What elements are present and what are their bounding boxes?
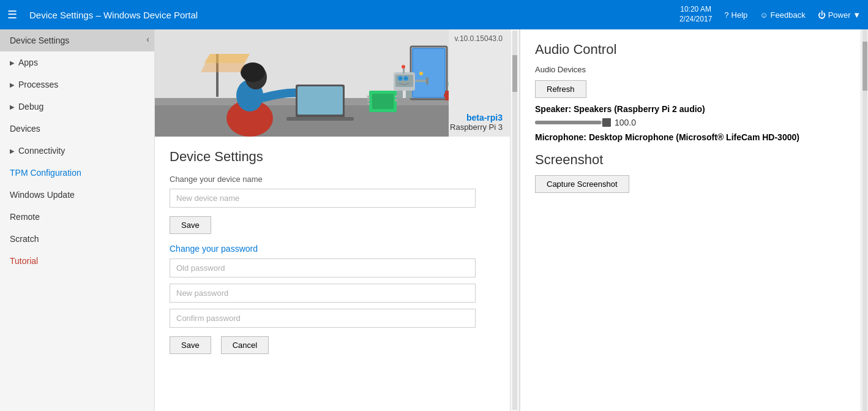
svg-rect-14 — [367, 99, 370, 101]
version-label: v.10.0.15043.0 — [454, 34, 503, 43]
sidebar-item-scratch[interactable]: Scratch — [0, 228, 154, 250]
topbar-right: 10:20 AM 2/24/2017 ? Help ☺ Feedback ⏻ P… — [679, 5, 861, 24]
svg-rect-37 — [426, 77, 428, 85]
sidebar-item-tpm-config[interactable]: TPM Configuration — [0, 162, 154, 184]
power-icon: ⏻ — [818, 10, 826, 20]
save-password-button[interactable]: Save — [170, 336, 211, 354]
screenshot-title: Screenshot — [535, 152, 846, 168]
sidebar-item-label: Tutorial — [10, 256, 38, 266]
mic-info: Microphone: Desktop Microphone (Microsof… — [535, 132, 846, 142]
sidebar-item-label: Device Settings — [10, 36, 69, 45]
sidebar: ‹ Device Settings▶Apps▶Processes▶DebugDe… — [0, 29, 155, 411]
left-panel: v.10.0.15043.0 beta-rpi3 Raspberry Pi 3 … — [155, 29, 510, 411]
feedback-label: Feedback — [771, 10, 806, 20]
volume-row: 100.0 — [535, 118, 846, 127]
new-password-input[interactable] — [170, 284, 476, 303]
svg-rect-12 — [372, 94, 394, 109]
svg-rect-9 — [297, 86, 343, 115]
right-panel-scrollbar[interactable] — [861, 29, 868, 411]
svg-rect-34 — [397, 91, 403, 98]
svg-rect-10 — [286, 117, 354, 121]
sidebar-item-label: TPM Configuration — [10, 168, 81, 178]
change-password-label: Change your password — [170, 244, 495, 254]
svg-rect-36 — [415, 80, 427, 82]
confirm-password-input[interactable] — [170, 309, 476, 328]
arrow-icon: ▶ — [10, 104, 15, 110]
svg-point-33 — [402, 65, 405, 69]
hamburger-menu[interactable]: ☰ — [7, 8, 17, 21]
form-section-title: Device Settings — [170, 149, 495, 165]
device-name: beta-rpi3 — [450, 113, 503, 123]
device-name-input[interactable] — [170, 189, 476, 208]
save-name-button[interactable]: Save — [170, 216, 211, 234]
svg-rect-23 — [445, 91, 449, 100]
arrow-icon: ▶ — [10, 59, 15, 66]
sidebar-item-windows-update[interactable]: Windows Update — [0, 184, 154, 206]
help-icon: ? — [724, 10, 728, 20]
audio-control-title: Audio Control — [535, 42, 846, 58]
sidebar-item-label: Windows Update — [10, 190, 75, 200]
sidebar-item-devices[interactable]: Devices — [0, 118, 154, 140]
topbar-time: 10:20 AM — [679, 5, 712, 15]
sidebar-item-debug[interactable]: ▶Debug — [0, 96, 154, 118]
sidebar-item-connectivity[interactable]: ▶Connectivity — [0, 140, 154, 162]
feedback-icon: ☺ — [760, 10, 768, 20]
svg-point-6 — [241, 62, 265, 82]
refresh-button[interactable]: Refresh — [535, 80, 586, 98]
sidebar-item-device-settings[interactable]: Device Settings — [0, 29, 154, 51]
arrow-icon: ▶ — [10, 148, 15, 154]
feedback-button[interactable]: ☺ Feedback — [760, 10, 805, 20]
topbar-datetime: 10:20 AM 2/24/2017 — [679, 5, 712, 24]
volume-slider[interactable] — [535, 121, 608, 124]
sidebar-collapse-button[interactable]: ‹ — [146, 34, 149, 44]
sidebar-item-label: Processes — [18, 80, 58, 89]
sidebar-item-label: Devices — [10, 124, 40, 134]
form-panel: Device Settings Change your device name … — [155, 137, 510, 411]
content-area: v.10.0.15043.0 beta-rpi3 Raspberry Pi 3 … — [155, 29, 868, 411]
capture-screenshot-button[interactable]: Capture Screenshot — [535, 175, 629, 193]
svg-rect-15 — [367, 103, 370, 105]
sidebar-item-label: Scratch — [10, 234, 39, 244]
help-label: Help — [731, 10, 748, 20]
sidebar-item-label: Connectivity — [18, 146, 65, 156]
device-model: Raspberry Pi 3 — [450, 123, 503, 132]
audio-devices-label: Audio Devices — [535, 65, 846, 74]
sidebar-item-tutorial[interactable]: Tutorial — [0, 250, 154, 272]
device-name-label: Change your device name — [170, 175, 495, 184]
topbar-date: 2/24/2017 — [679, 15, 712, 25]
volume-value: 100.0 — [615, 118, 636, 127]
svg-rect-17 — [395, 99, 397, 101]
power-label: Power ▼ — [828, 10, 861, 20]
svg-rect-35 — [406, 91, 412, 98]
sidebar-item-label: Debug — [18, 102, 43, 111]
hero-illustration — [155, 29, 449, 137]
form-scrollbar[interactable] — [510, 29, 520, 411]
svg-rect-13 — [367, 96, 370, 97]
topbar: ☰ Device Settings – Windows Device Porta… — [0, 0, 868, 29]
sidebar-item-remote[interactable]: Remote — [0, 206, 154, 228]
svg-rect-19 — [413, 49, 444, 97]
main-layout: ‹ Device Settings▶Apps▶Processes▶DebugDe… — [0, 29, 868, 411]
svg-point-30 — [399, 77, 402, 80]
power-button[interactable]: ⏻ Power ▼ — [818, 10, 861, 20]
speaker-info: Speaker: Speakers (Raspberry Pi 2 audio) — [535, 104, 846, 114]
old-password-input[interactable] — [170, 258, 476, 277]
cancel-password-button[interactable]: Cancel — [221, 336, 269, 354]
hero-banner: v.10.0.15043.0 beta-rpi3 Raspberry Pi 3 — [155, 29, 510, 137]
svg-point-31 — [405, 77, 407, 80]
sidebar-item-label: Remote — [10, 212, 40, 222]
sidebar-item-label: Apps — [18, 58, 38, 67]
right-panel: Audio Control Audio Devices Refresh Spea… — [520, 29, 861, 411]
svg-point-20 — [419, 72, 423, 75]
topbar-title: Device Settings – Windows Device Portal — [29, 10, 672, 20]
help-button[interactable]: ? Help — [724, 10, 747, 20]
arrow-icon: ▶ — [10, 81, 15, 88]
sidebar-item-apps[interactable]: ▶Apps — [0, 51, 154, 74]
sidebar-item-processes[interactable]: ▶Processes — [0, 74, 154, 96]
device-info: beta-rpi3 Raspberry Pi 3 — [450, 113, 503, 132]
